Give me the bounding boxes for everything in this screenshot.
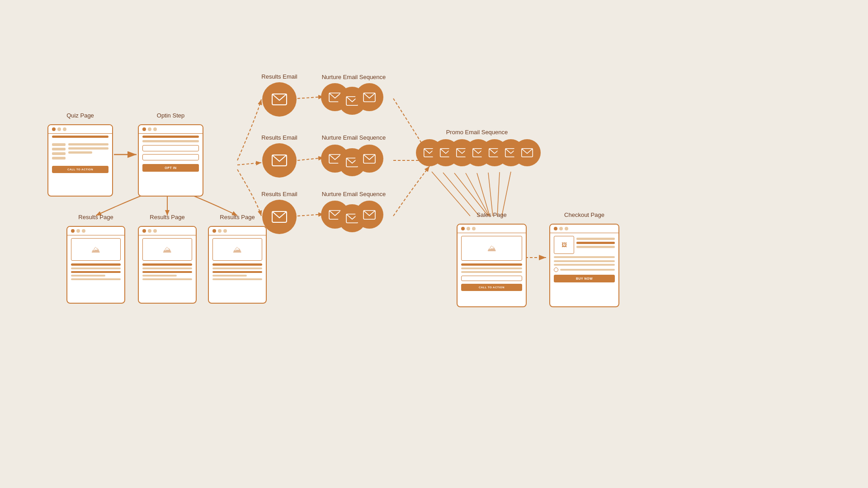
buy-now-button[interactable]: BUY NOW bbox=[554, 275, 615, 282]
optin-input-1[interactable] bbox=[142, 145, 199, 151]
nurture-top-label: Nurture Email Sequence bbox=[314, 74, 393, 80]
promo-7 bbox=[514, 139, 541, 166]
svg-line-14 bbox=[488, 173, 493, 216]
results-email-mid-label: Results Email bbox=[257, 134, 302, 141]
svg-line-10 bbox=[443, 173, 479, 216]
svg-line-6 bbox=[297, 158, 324, 160]
results-page-2-card bbox=[138, 226, 197, 304]
nurture-bot-label: Nurture Email Sequence bbox=[314, 191, 393, 197]
svg-line-5 bbox=[297, 97, 324, 99]
cta-button-quiz[interactable]: CALL TO ACTION bbox=[52, 166, 108, 173]
results-email-top-label: Results Email bbox=[257, 73, 302, 80]
results-page-3-label: Results Page bbox=[208, 214, 267, 221]
results-email-mid bbox=[262, 143, 297, 178]
results-email-bot bbox=[262, 200, 297, 234]
svg-line-7 bbox=[297, 214, 324, 216]
optin-step-card: OPT IN bbox=[138, 124, 203, 197]
nurture-mid-3 bbox=[355, 145, 383, 173]
optin-step-label: Optin Step bbox=[138, 112, 203, 119]
checkout-page-card: 🖼 BUY NOW bbox=[549, 224, 619, 307]
svg-line-12 bbox=[466, 173, 489, 216]
results-page-1-label: Results Page bbox=[66, 214, 125, 221]
svg-line-16 bbox=[502, 172, 511, 216]
svg-line-9 bbox=[432, 172, 470, 216]
svg-line-4 bbox=[237, 163, 261, 165]
optin-input-2[interactable] bbox=[142, 154, 199, 160]
nurture-bot-3 bbox=[355, 201, 383, 229]
results-page-2-label: Results Page bbox=[138, 214, 197, 221]
results-page-1-card bbox=[66, 226, 125, 304]
sales-page-card: CALL TO ACTION bbox=[457, 224, 527, 307]
opt-in-button[interactable]: OPT IN bbox=[142, 164, 199, 172]
sales-page-label: Sales Page bbox=[457, 211, 527, 218]
quiz-page-card: CALL TO ACTION bbox=[47, 124, 113, 197]
results-page-3-card bbox=[208, 226, 267, 304]
checkout-page-label: Checkout Page bbox=[549, 211, 619, 218]
cta-button-sales[interactable]: CALL TO ACTION bbox=[461, 284, 522, 291]
nurture-top-3 bbox=[355, 83, 383, 111]
results-email-bot-label: Results Email bbox=[257, 191, 302, 197]
svg-line-13 bbox=[477, 173, 490, 216]
svg-line-15 bbox=[497, 172, 500, 216]
nurture-mid-label: Nurture Email Sequence bbox=[314, 134, 393, 141]
quiz-page-label: Quiz Page bbox=[47, 112, 113, 119]
svg-line-11 bbox=[454, 173, 488, 216]
results-email-top bbox=[262, 82, 297, 117]
promo-label: Promo Email Sequence bbox=[411, 129, 542, 136]
